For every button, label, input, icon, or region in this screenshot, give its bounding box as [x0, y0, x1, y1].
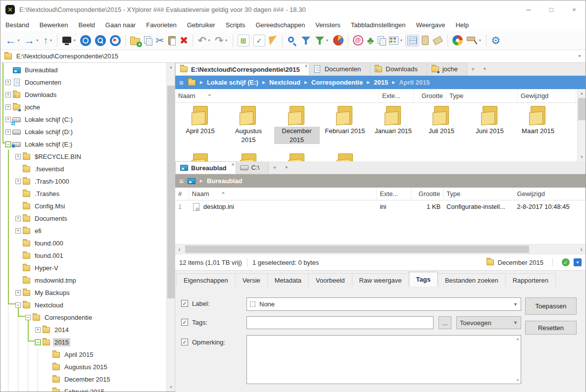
menu-hamburger-icon[interactable]: ≡ — [179, 177, 184, 185]
status-check-icon[interactable]: ✓ — [562, 258, 570, 266]
pane2-tab-c[interactable]: C:\ — [236, 161, 269, 174]
go-jump-button[interactable] — [108, 34, 122, 47]
tab-close-icon[interactable]: × — [232, 162, 235, 167]
forward-button[interactable]: →▼ — [23, 34, 41, 47]
dropdown-arrow-icon[interactable]: ▼ — [326, 39, 329, 42]
file-row-desktop-ini[interactable]: 1desktop.iniini1 KBConfiguratie-instell.… — [175, 200, 586, 213]
expand-plus-icon[interactable]: + — [5, 80, 11, 85]
menu-hamburger-icon[interactable]: ≡ — [179, 78, 184, 87]
column-header-exte[interactable]: Exte... — [377, 188, 411, 200]
show-desktop-button[interactable]: ▼ — [60, 34, 78, 47]
undo-button[interactable]: ↶▼ — [196, 34, 212, 47]
copy-pages-button[interactable] — [376, 35, 387, 46]
menu-help[interactable]: Help — [455, 21, 469, 29]
pane2-tab-bureaublad[interactable]: Bureaublad× — [175, 161, 236, 174]
info-tab-tags[interactable]: Tags — [409, 272, 438, 287]
grid-item-april-2015[interactable]: April 2015 — [176, 106, 224, 136]
report-wedge-button[interactable] — [268, 35, 279, 46]
tags-more-button[interactable]: ... — [439, 316, 451, 329]
up-button[interactable]: ↑▼ — [42, 34, 54, 47]
new-tab-button[interactable]: + — [269, 161, 281, 174]
column-header-grootte[interactable]: Grootte — [411, 188, 443, 200]
tree-item-trash-1000[interactable]: +.Trash-1000 — [0, 175, 166, 188]
dropdown-arrow-icon[interactable]: ▼ — [17, 39, 20, 42]
label-checkbox[interactable]: ✓ — [181, 300, 188, 307]
back-button[interactable]: ←▼ — [4, 34, 22, 47]
collapse-minus-icon[interactable]: – — [15, 302, 21, 308]
breadcrumb-item-nextcloud[interactable]: Nextcloud — [269, 79, 300, 86]
scroll-up-icon[interactable]: ▲ — [167, 63, 175, 71]
grid-item-maart-2015[interactable]: Maart 2015 — [514, 106, 562, 136]
info-tab-eigenschappen[interactable]: Eigenschappen — [176, 273, 236, 287]
tab-list-dropdown-icon[interactable]: ▼ — [479, 63, 490, 75]
grid-item-juni-2015[interactable]: Juni 2015 — [466, 106, 514, 136]
paste-button[interactable] — [167, 35, 177, 46]
copy-button[interactable] — [143, 35, 153, 46]
tree-item-downloads[interactable]: +↓Downloads — [0, 89, 166, 101]
tags-add-select[interactable]: Toevoegen ▼ — [456, 316, 521, 329]
menu-gaan-naar[interactable]: Gaan naar — [105, 21, 136, 29]
scroll-up-icon[interactable]: ▲ — [578, 89, 586, 98]
tree-item-bureaublad[interactable]: Bureaublad — [0, 64, 166, 76]
statistics-pie-button[interactable] — [332, 34, 345, 47]
tag-spiral-button[interactable]: @ — [351, 34, 365, 47]
color-pinwheel-button[interactable] — [451, 34, 464, 47]
collapse-minus-icon[interactable]: – — [35, 340, 41, 345]
grid-item-augustus-2015[interactable]: Augustus 2015 — [225, 106, 273, 144]
comment-textarea[interactable]: ▲ ▼ — [246, 335, 521, 384]
apply-button[interactable]: Toepassen — [525, 297, 577, 315]
folder-icon-partial[interactable] — [338, 153, 353, 161]
tree-item-found-000[interactable]: found.000 — [0, 237, 166, 249]
redo-button[interactable]: ↷▼ — [213, 34, 230, 47]
mini-tree-button[interactable]: ⊞ — [236, 34, 251, 48]
wipe-eraser-button[interactable] — [431, 35, 444, 47]
expand-plus-icon[interactable]: + — [15, 290, 21, 295]
breadcrumb-item-bureaublad[interactable]: Bureaublad — [207, 177, 243, 185]
tree-item-my-backups[interactable]: +My Backups — [0, 287, 166, 299]
column-header-naam[interactable]: Naam^ — [189, 188, 377, 200]
dropdown-arrow-icon[interactable]: ▼ — [399, 39, 403, 42]
tree-item-documents[interactable]: +Documents — [0, 212, 166, 225]
expand-plus-icon[interactable]: + — [35, 327, 41, 333]
close-button[interactable]: × — [563, 0, 586, 18]
tree-item-augustus-2015[interactable]: Augustus 2015 — [0, 361, 166, 373]
panel-toggle-button[interactable] — [420, 35, 430, 46]
horizontal-scrollbar[interactable]: ‹ › — [175, 244, 586, 254]
tree-item-documenten[interactable]: +Documenten — [0, 76, 166, 89]
tree-item-correspondentie[interactable]: –Correspondentie — [0, 311, 166, 324]
hscrollbar-thumb[interactable] — [185, 245, 529, 253]
info-tab-metadata[interactable]: Metadata — [267, 273, 309, 287]
info-tab-rapporteren[interactable]: Rapporteren — [505, 273, 556, 287]
column-header-naam[interactable]: Naam^ — [175, 89, 379, 102]
paint-roller-button[interactable]: ▼ — [465, 35, 483, 46]
delete-button[interactable]: ✖ — [178, 34, 190, 47]
pane1-tab-documenten[interactable]: Documenten — [309, 63, 371, 75]
comment-checkbox[interactable]: ✓ — [181, 339, 188, 345]
scroll-right-icon[interactable]: › — [577, 245, 586, 254]
expand-plus-icon[interactable]: + — [5, 117, 11, 122]
column-header-exte[interactable]: Exte... — [379, 89, 414, 102]
column-header-[interactable]: # — [175, 188, 189, 200]
reset-button[interactable]: Resetten — [525, 321, 577, 335]
expand-plus-icon[interactable]: + — [5, 104, 11, 110]
tags-checkbox[interactable]: ✓ — [181, 319, 188, 326]
tab-list-dropdown-icon[interactable]: ▼ — [281, 161, 293, 174]
dropdown-arrow-icon[interactable]: ▼ — [478, 39, 482, 42]
view-details-button[interactable]: ▼ — [388, 36, 404, 46]
menu-beeld[interactable]: Beeld — [79, 21, 95, 29]
expand-plus-icon[interactable]: + — [5, 92, 11, 98]
pane1-scrollbar-thumb[interactable] — [578, 98, 586, 120]
address-path[interactable]: E:\Nextcloud\Correspondentie\2015 — [16, 52, 118, 60]
filter-blue-button[interactable] — [299, 35, 312, 46]
tree-item-efi[interactable]: +efi — [0, 225, 166, 237]
collapse-minus-icon[interactable]: – — [25, 315, 31, 320]
tab-close-icon[interactable]: × — [305, 63, 308, 69]
info-tab-raw-weergave[interactable]: Raw weergave — [352, 273, 409, 287]
menu-tabbladinstellingen[interactable]: Tabbladinstellingen — [351, 21, 406, 29]
tree-item-lokale-schijf-d[interactable]: +Lokale schijf (D:) — [0, 126, 166, 138]
tree-item-nextcloud[interactable]: –Nextcloud — [0, 299, 166, 311]
tree-item-2014[interactable]: +2014 — [0, 324, 166, 336]
pane1-tab-e-nextcloud-correspondentie-2015[interactable]: E:\Nextcloud\Correspondentie\2015× — [175, 63, 309, 75]
status-dropdown-icon[interactable]: ▼ — [574, 258, 582, 266]
column-header-grootte[interactable]: Grootte — [414, 89, 446, 102]
